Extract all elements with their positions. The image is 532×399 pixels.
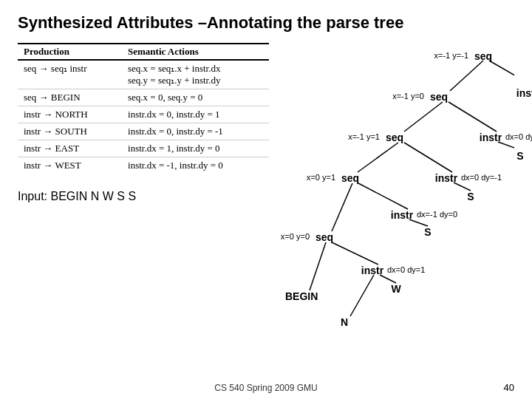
production-cell: instr → WEST [18,157,122,174]
action-cell: instr.dx = 1, instr.dy = 0 [122,140,269,157]
tree-node: S [457,191,484,202]
page: Synthesized Attributes –Annotating the p… [0,0,532,399]
footer: CS 540 Spring 2009 GMU [0,383,532,393]
node-attrs-left: x=0 y=1 [307,172,335,183]
tree-nodes: seqx=-1 y=-1instrdx=0 dy=-1Sseqx=-1 y=0i… [284,43,514,353]
action-cell: instr.dx = -1, instr.dy = 0 [122,157,269,174]
page-title: Synthesized Attributes –Annotating the p… [18,13,514,33]
tree-node: N [331,316,358,328]
input-line: Input: BEGIN N W S S [18,190,269,203]
node-attrs-right: dx=0 dy=-1 [505,132,532,142]
production-cell: seq → BEGIN [18,89,122,106]
grammar-table: Production Semantic Actions seq → seq₁ i… [18,43,269,174]
tree-node: seqx=-1 y=0 [426,91,452,103]
tree-node: instrdx=0 dy=1 [359,265,386,276]
production-cell: instr → EAST [18,140,122,157]
col-actions: Semantic Actions [122,44,269,60]
node-attrs-right: dx=-1 dy=0 [417,209,457,219]
tree-node: S [415,226,441,238]
table-row: seq → BEGINseq.x = 0, seq.y = 0 [18,89,269,106]
table-row: seq → seq₁ instrseq.x = seq₁.x + instr.d… [18,60,269,89]
node-attrs-left: x=-1 y=-1 [434,50,468,61]
tree-node: instrdx=0 dy=-1 [433,172,460,184]
tree-node: seqx=0 y=1 [337,172,364,184]
tree-node: seqx=-1 y=1 [381,132,408,143]
table-row: instr → WESTinstr.dx = -1, instr.dy = 0 [18,157,269,174]
page-number: 40 [504,382,514,393]
action-cell: seq.x = 0, seq.y = 0 [122,89,269,106]
node-attrs-right: dx=0 dy=1 [387,265,425,275]
action-cell: instr.dx = 0, instr.dy = 1 [122,106,269,123]
col-production: Production [18,44,122,60]
tree-node: seqx=0 y=0 [311,231,338,243]
tree-node: S [507,150,532,162]
production-cell: instr → NORTH [18,106,122,123]
tree-node: instrdx=0 dy=-1 [514,87,532,99]
node-attrs-left: x=0 y=0 [281,231,310,242]
node-attrs-left: x=-1 y=0 [392,91,424,101]
production-cell: seq → seq₁ instr [18,60,122,89]
tree-node: instrdx=-1 dy=0 [389,209,415,221]
tree-node: instrdx=0 dy=-1 [477,132,504,143]
node-attrs-left: x=-1 y=1 [348,132,380,142]
tree-node: W [383,283,409,295]
action-cell: instr.dx = 0, instr.dy = -1 [122,123,269,140]
left-panel: Production Semantic Actions seq → seq₁ i… [18,43,269,353]
tree-node: BEGIN [285,290,312,302]
content-area: Production Semantic Actions seq → seq₁ i… [18,43,514,353]
action-cell: seq.x = seq₁.x + instr.dxseq.y = seq₁.y … [122,60,269,89]
table-row: instr → SOUTHinstr.dx = 0, instr.dy = -1 [18,123,269,140]
production-cell: instr → SOUTH [18,123,122,140]
node-attrs-right: dx=0 dy=-1 [461,172,502,183]
table-row: instr → EASTinstr.dx = 1, instr.dy = 0 [18,140,269,157]
parse-tree: seqx=-1 y=-1instrdx=0 dy=-1Sseqx=-1 y=0i… [284,43,514,353]
table-row: instr → NORTHinstr.dx = 0, instr.dy = 1 [18,106,269,123]
tree-node: seqx=-1 y=-1 [470,50,497,62]
